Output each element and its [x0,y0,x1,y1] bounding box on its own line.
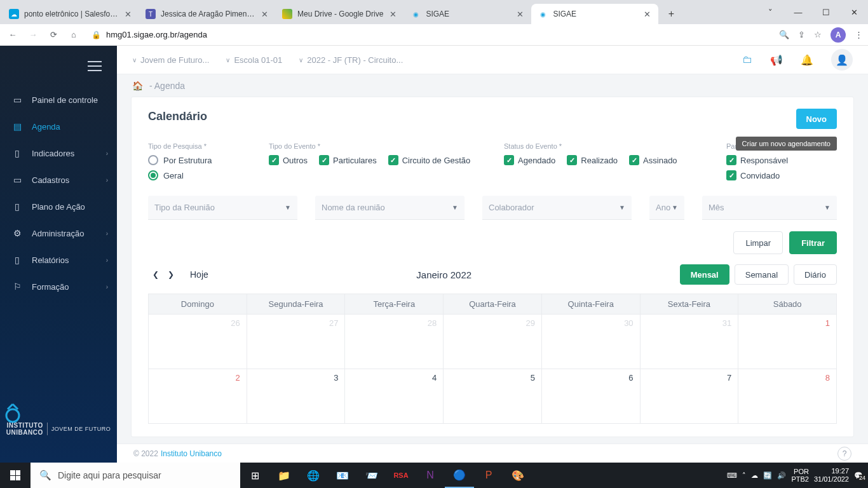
select-nome-reuniao[interactable]: Nome da reunião▼ [315,196,465,220]
sidebar-item-plano[interactable]: ▯ Plano de Ação [0,193,117,220]
minimize-icon[interactable]: — [784,0,812,24]
check-assinado[interactable]: ✓Assinado [629,155,677,165]
home-icon[interactable]: 🏠 [132,81,143,91]
prev-month-icon[interactable]: ❮ [148,270,163,279]
select-ano[interactable]: Ano▼ [649,196,684,220]
check-particulares[interactable]: ✓Particulares [319,155,377,165]
tray-volume-icon[interactable]: 🔊 [777,471,786,480]
calendar-cell[interactable]: 30 [541,314,640,369]
sidebar-item-formacao[interactable]: ⚐ Formação › [0,273,117,300]
help-icon[interactable]: ? [837,447,851,461]
close-icon[interactable]: ✕ [515,10,525,19]
tray-onedrive-icon[interactable]: ☁ [751,471,758,480]
close-window-icon[interactable]: ✕ [840,0,868,24]
context-crumb-3[interactable]: ∨2022 - JF (TR) - Circuito... [299,55,403,65]
edge-icon[interactable]: 🌐 [299,463,328,488]
forward-icon[interactable]: → [25,27,41,43]
calendar-cell[interactable]: 5 [443,369,541,423]
next-month-icon[interactable]: ❯ [163,270,179,279]
bell-icon[interactable]: 🔔 [801,54,813,66]
paint-icon[interactable]: 🎨 [503,463,532,488]
sidebar-toggle[interactable] [0,46,117,86]
reload-icon[interactable]: ⟳ [46,27,61,43]
footer-link[interactable]: Instituto Unibanco [161,449,222,458]
calendar-cell[interactable]: 7 [640,369,738,423]
check-outros[interactable]: ✓Outros [269,155,308,165]
browser-tab-2[interactable]: Meu Drive - Google Drive ✕ [276,4,404,24]
tray-sync-icon[interactable]: 🔄 [763,471,772,480]
outlook-icon[interactable]: 📨 [357,463,386,488]
star-icon[interactable]: ☆ [814,30,822,39]
context-crumb-1[interactable]: ∨Jovem de Futuro... [132,55,209,65]
explorer-icon[interactable]: 📁 [269,463,299,488]
today-button[interactable]: Hoje [190,269,208,280]
task-view-icon[interactable]: ⊞ [240,463,269,488]
lang-line1[interactable]: POR [794,468,809,475]
new-button[interactable]: Novo [796,109,837,129]
sidebar-item-cadastros[interactable]: ▭ Cadastros › [0,166,117,193]
taskbar-clock[interactable]: 19:27 31/01/2022 [814,467,849,484]
rsa-icon[interactable]: RSA [386,463,416,488]
onenote-icon[interactable]: N [416,463,445,488]
menu-icon[interactable]: ⋮ [855,30,863,39]
close-icon[interactable]: ✕ [123,10,133,19]
select-colaborador[interactable]: Colaborador▼ [482,196,632,220]
browser-tab-3[interactable]: ◉ SIGAE ✕ [404,4,531,24]
powerpoint-icon[interactable]: P [474,463,503,488]
megaphone-icon[interactable]: 📢 [770,54,783,66]
calendar-cell[interactable]: 27 [247,314,345,369]
calendar-cell[interactable]: 28 [344,314,443,369]
radio-geral[interactable]: Geral [148,170,243,180]
sidebar-item-admin[interactable]: ⚙ Administração › [0,220,117,247]
calendar-cell[interactable]: 3 [247,369,345,423]
view-day-button[interactable]: Diário [794,264,837,285]
filter-button[interactable]: Filtrar [789,231,837,254]
mail-icon[interactable]: 📧 [328,463,357,488]
home-icon[interactable]: ⌂ [66,27,81,43]
check-circuito[interactable]: ✓Circuito de Gestão [388,155,471,165]
calendar-cell[interactable]: 4 [344,369,443,423]
select-mes[interactable]: Mês▼ [702,196,837,220]
start-button[interactable] [0,470,31,480]
calendar-cell[interactable]: 6 [541,369,640,423]
close-icon[interactable]: ✕ [388,10,398,19]
calendar-cell[interactable]: 1 [738,314,836,369]
calendar-cell[interactable]: 29 [443,314,541,369]
browser-tab-1[interactable]: T Jessica de Aragão Pimenta | T ✕ [139,4,276,24]
sidebar-item-relatorios[interactable]: ▯ Relatórios › [0,247,117,273]
clear-button[interactable]: Limpar [733,231,783,254]
tray-chevron-icon[interactable]: ˄ [742,471,746,480]
chevron-down-icon[interactable]: ˅ [756,0,784,24]
back-icon[interactable]: ← [5,27,20,43]
calendar-cell[interactable]: 2 [149,369,247,423]
action-center-icon[interactable]: 💬24 [854,471,863,480]
calendar-cell[interactable]: 26 [149,314,247,369]
close-icon[interactable]: ✕ [642,10,652,19]
chrome-icon[interactable]: 🔵 [445,463,474,488]
context-crumb-2[interactable]: ∨Escola 01-01 [226,55,282,65]
address-bar[interactable]: 🔒 hmg01.sigae.org.br/agenda [86,30,774,39]
view-week-button[interactable]: Semanal [735,264,789,285]
calendar-cell[interactable]: 31 [640,314,738,369]
check-realizado[interactable]: ✓Realizado [567,155,618,165]
radio-por-estrutura[interactable]: Por Estrutura [148,155,243,165]
check-agendado[interactable]: ✓Agendado [504,155,555,165]
sidebar-item-painel[interactable]: ▭ Painel de controle [0,86,117,113]
check-responsavel[interactable]: ✓Responsável [726,155,788,165]
new-tab-button[interactable]: + [662,5,680,23]
select-tipo-reuniao[interactable]: Tipo da Reunião▼ [148,196,297,220]
lang-line2[interactable]: PTB2 [791,475,809,483]
search-icon[interactable]: 🔍 [779,30,789,39]
user-avatar[interactable]: 👤 [831,49,853,71]
folder-icon[interactable]: 🗀 [742,54,752,65]
maximize-icon[interactable]: ☐ [812,0,840,24]
tray-keyboard-icon[interactable]: ⌨ [727,471,737,480]
sidebar-item-indicadores[interactable]: ▯ Indicadores › [0,140,117,166]
share-icon[interactable]: ⇪ [798,30,805,39]
taskbar-search[interactable]: 🔍 Digite aqui para pesquisar [31,463,240,488]
browser-tab-4[interactable]: ◉ SIGAE ✕ [531,4,658,24]
view-month-button[interactable]: Mensal [680,264,729,285]
calendar-cell[interactable]: 8 [738,369,836,423]
close-icon[interactable]: ✕ [260,10,269,19]
profile-avatar[interactable]: A [831,27,846,43]
